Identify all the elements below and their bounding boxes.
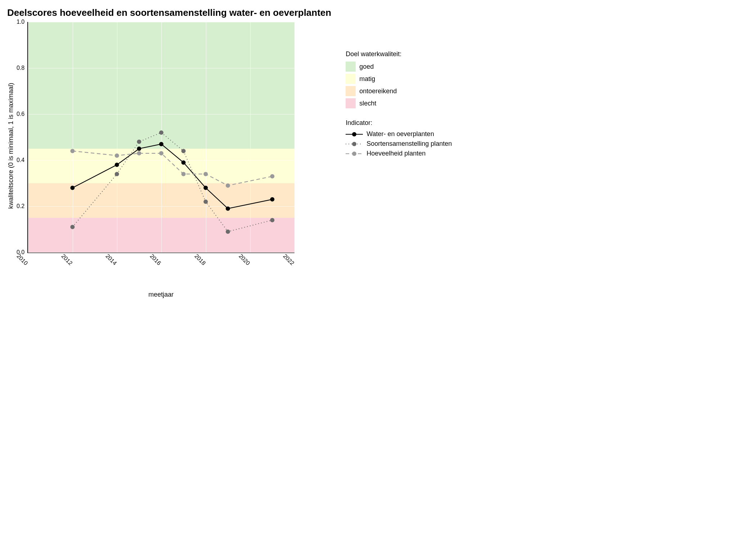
chart-title: Deelscores hoeveelheid en soortensamenst…	[7, 7, 331, 18]
svg-point-3	[352, 142, 356, 146]
legend-swatch	[346, 98, 356, 108]
legend-label: Hoeveelheid planten	[366, 150, 426, 157]
legend-series: Indicator: Water- en oeverplantenSoorten…	[346, 119, 452, 157]
chart-area: Deelscores hoeveelheid en soortensamenst…	[7, 7, 331, 298]
svg-point-5	[352, 152, 356, 156]
legend-swatch	[346, 74, 356, 84]
legend-label: Soortensamenstelling planten	[366, 140, 452, 148]
legend-swatch	[346, 62, 356, 72]
legend-bands: Doel waterkwaliteit: goedmatigontoereike…	[346, 50, 452, 108]
legend-label: goed	[359, 63, 374, 71]
plot-area	[27, 22, 294, 253]
legend: Doel waterkwaliteit: goedmatigontoereike…	[346, 7, 452, 168]
grid-line	[294, 22, 295, 252]
legend-item-goed: goed	[346, 62, 452, 72]
data-point	[71, 149, 75, 153]
legend-item: Water- en oeverplanten	[346, 130, 452, 138]
y-axis-label: kwaliteitscore (0 is minimaal, 1 is maxi…	[7, 22, 15, 298]
legend-item-ontoereikend: ontoereikend	[346, 86, 452, 96]
legend-line-sample	[346, 150, 363, 157]
data-point	[226, 183, 230, 188]
legend-label: matig	[359, 75, 375, 83]
series-hoeveelheid-planten	[28, 22, 294, 252]
x-tick-label: 2014	[104, 253, 118, 266]
legend-series-title: Indicator:	[346, 119, 452, 127]
legend-item-slecht: slecht	[346, 98, 452, 108]
legend-label: Water- en oeverplanten	[366, 130, 434, 138]
x-tick-label: 2012	[60, 253, 73, 266]
x-tick-label: 2010	[15, 253, 29, 266]
legend-band-title: Doel waterkwaliteit:	[346, 50, 452, 58]
data-point	[137, 151, 141, 156]
data-point	[181, 172, 186, 176]
data-point	[270, 174, 275, 179]
svg-point-1	[352, 132, 356, 136]
legend-item: Hoeveelheid planten	[346, 150, 452, 157]
x-axis: 2010201220142016201820202022	[27, 253, 294, 275]
x-tick-label: 2018	[193, 253, 207, 266]
legend-line-sample	[346, 140, 363, 148]
y-axis: 1.00.80.60.40.20.0	[17, 22, 27, 252]
legend-item-matig: matig	[346, 74, 452, 84]
data-point	[204, 172, 208, 176]
legend-line-sample	[346, 131, 363, 138]
legend-label: ontoereikend	[359, 87, 397, 95]
data-point	[159, 151, 163, 156]
legend-item: Soortensamenstelling planten	[346, 140, 452, 148]
data-point	[115, 153, 119, 158]
chart-container: Deelscores hoeveelheid en soortensamenst…	[7, 7, 749, 298]
legend-label: slecht	[359, 100, 376, 107]
x-axis-label: meetjaar	[27, 291, 294, 298]
x-tick-label: 2020	[238, 253, 251, 266]
grid-line	[28, 252, 294, 253]
x-tick-label: 2016	[149, 253, 162, 266]
x-tick-label: 2022	[282, 253, 296, 266]
legend-swatch	[346, 86, 356, 96]
